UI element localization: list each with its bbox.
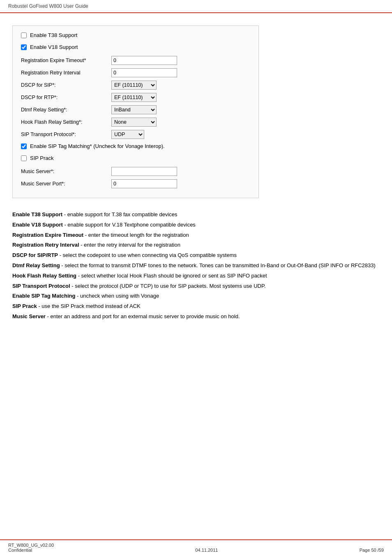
sip-tag-matching-checkbox[interactable]	[21, 143, 27, 149]
desc-v18: Enable V18 Support - enable support for …	[12, 221, 380, 229]
sip-transport-label: SIP Transport Protocol*:	[21, 132, 111, 137]
page-footer: RT_W800_UG_v02.00 Confidential 04.11.201…	[0, 539, 392, 555]
hook-flash-label: Hook Flash Relay Setting*:	[21, 119, 111, 125]
dtmf-relay-select[interactable]: InBand OutBand RFC2833	[111, 105, 157, 114]
desc-sip-transport: SIP Transport Protocol - select the prot…	[12, 282, 380, 291]
dscp-rtp-label: DSCP for RTP*:	[21, 95, 111, 100]
reg-expire-input[interactable]	[111, 56, 177, 65]
dscp-sip-label: DSCP for SIP*:	[21, 82, 111, 88]
desc-dscp: DSCP for SIP/RTP - select the codepoint …	[12, 251, 380, 260]
hook-flash-select[interactable]: None SIP INFO	[111, 118, 157, 127]
dtmf-relay-label: Dtmf Relay Setting*:	[21, 107, 111, 113]
enable-v18-row: Enable V18 Support	[21, 44, 250, 50]
sip-prack-row: SIP Prack	[21, 155, 250, 161]
sip-tag-matching-row: Enable SIP Tag Matching* (Uncheck for Vo…	[21, 143, 250, 149]
reg-expire-row: Registration Expire Timeout*	[21, 56, 250, 65]
desc-music-server: Music Server - enter an address and port…	[12, 312, 380, 321]
reg-expire-label: Registration Expire Timeout*	[21, 58, 111, 63]
desc-reg-retry: Registration Retry Interval - enter the …	[12, 241, 380, 250]
enable-v18-label: Enable V18 Support	[30, 44, 78, 50]
sip-tag-matching-label: Enable SIP Tag Matching* (Uncheck for Vo…	[30, 143, 165, 149]
main-content: Enable T38 Support Enable V18 Support Re…	[0, 21, 392, 366]
hook-flash-row: Hook Flash Relay Setting*: None SIP INFO	[21, 118, 250, 127]
music-server-row: Music Server*:	[21, 167, 250, 176]
sip-transport-row: SIP Transport Protocol*: UDP TCP	[21, 130, 250, 139]
reg-retry-label: Registration Retry Interval	[21, 70, 111, 76]
settings-form-box: Enable T38 Support Enable V18 Support Re…	[12, 25, 259, 198]
dtmf-relay-row: Dtmf Relay Setting*: InBand OutBand RFC2…	[21, 105, 250, 114]
reg-retry-row: Registration Retry Interval	[21, 68, 250, 77]
enable-t38-row: Enable T38 Support	[21, 32, 250, 38]
dscp-sip-row: DSCP for SIP*: EF (101110) AF (101100) N…	[21, 81, 250, 90]
desc-sip-prack: SIP Prack - use the SIP Prack method ins…	[12, 302, 380, 311]
dscp-rtp-select[interactable]: EF (101110) AF (101100) None	[111, 93, 157, 102]
enable-t38-label: Enable T38 Support	[30, 32, 77, 38]
music-server-port-input[interactable]	[111, 179, 177, 188]
enable-t38-checkbox[interactable]	[21, 32, 27, 38]
footer-date: 04.11.2011	[195, 548, 218, 553]
enable-v18-checkbox[interactable]	[21, 44, 27, 50]
sip-prack-label: SIP Prack	[30, 155, 54, 161]
sip-prack-checkbox[interactable]	[21, 155, 27, 161]
desc-t38: Enable T38 Support - enable support for …	[12, 210, 380, 219]
music-server-input[interactable]	[111, 167, 177, 176]
desc-reg-expire: Registration Expire Timeout - enter the …	[12, 231, 380, 240]
desc-sip-tag: Enable SIP Tag Matching - uncheck when u…	[12, 292, 380, 301]
footer-page: Page 50 /59	[360, 548, 384, 553]
music-server-port-row: Music Server Port*:	[21, 179, 250, 188]
page-header: Robustel GoFixed W800 User Guide	[0, 0, 392, 13]
footer-confidential: Confidential	[8, 548, 54, 553]
sip-transport-select[interactable]: UDP TCP	[111, 130, 144, 139]
desc-hook-flash: Hook Flash Relay Setting - select whethe…	[12, 272, 380, 280]
footer-left: RT_W800_UG_v02.00 Confidential	[8, 543, 54, 553]
reg-retry-input[interactable]	[111, 68, 177, 77]
desc-dtmf: Dtmf Relay Setting - select the format t…	[12, 261, 380, 270]
description-section: Enable T38 Support - enable support for …	[12, 210, 380, 321]
dscp-rtp-row: DSCP for RTP*: EF (101110) AF (101100) N…	[21, 93, 250, 102]
dscp-sip-select[interactable]: EF (101110) AF (101100) None	[111, 81, 157, 90]
music-server-label: Music Server*:	[21, 169, 111, 174]
header-title: Robustel GoFixed W800 User Guide	[8, 3, 88, 9]
footer-doc-id: RT_W800_UG_v02.00	[8, 543, 54, 548]
music-server-port-label: Music Server Port*:	[21, 181, 111, 187]
